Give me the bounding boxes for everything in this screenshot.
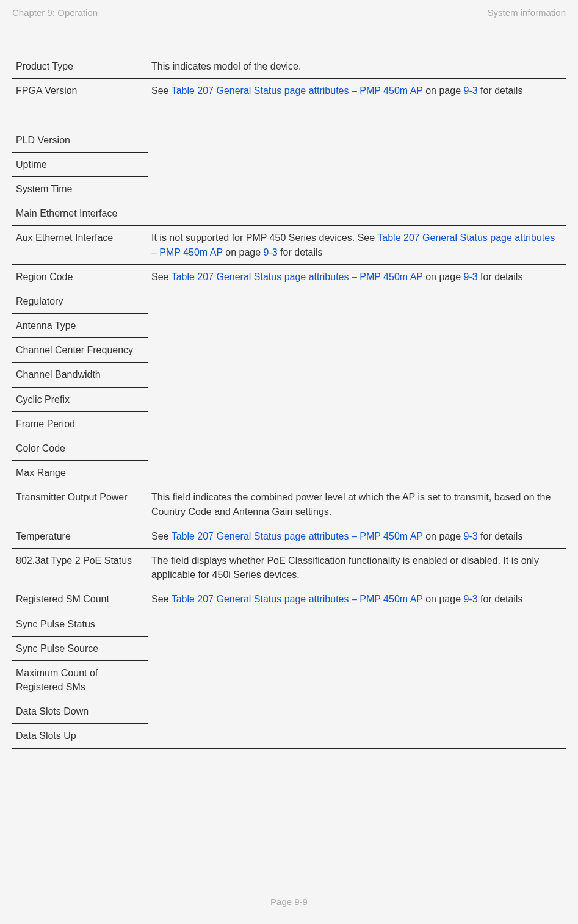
table-reference-link[interactable]: Table 207 General Status page attributes… — [172, 531, 423, 541]
row-label: Channel Center Frequency — [12, 338, 148, 363]
text: for details — [478, 531, 523, 541]
row-label: FPGA Version — [12, 79, 148, 103]
row-label: Antenna Type — [12, 314, 148, 338]
page-reference-link[interactable]: 9-3 — [463, 531, 477, 541]
header-left: Chapter 9: Operation — [12, 7, 98, 18]
text: See — [151, 272, 172, 282]
row-label: Cyclic Prefix — [12, 387, 148, 411]
page-header: Chapter 9: Operation System information — [12, 7, 566, 18]
row-label: PLD Version — [12, 128, 148, 152]
row-desc: This field indicates the combined power … — [148, 485, 566, 524]
row-desc: See Table 207 General Status page attrib… — [148, 524, 566, 548]
text: See — [151, 594, 172, 604]
row-label: Aux Ethernet Interface — [12, 226, 148, 264]
row-label: Transmitter Output Power — [12, 485, 148, 524]
table-reference-link[interactable]: Table 207 General Status page attributes… — [172, 594, 423, 604]
text: for details — [478, 594, 523, 604]
row-label: 802.3at Type 2 PoE Status — [12, 548, 148, 587]
row-label: Sync Pulse Source — [12, 636, 148, 660]
attributes-table: Product Type This indicates model of the… — [12, 54, 566, 749]
page-reference-link[interactable]: 9-3 — [264, 247, 278, 258]
row-label: Main Ethernet Interface — [12, 201, 148, 226]
text: for details — [478, 85, 523, 96]
row-label: Region Code — [12, 264, 148, 289]
row-desc: See Table 207 General Status page attrib… — [148, 587, 566, 748]
page-footer: Page 9-9 — [0, 897, 578, 907]
row-label: Color Code — [12, 436, 148, 461]
text: for details — [278, 247, 323, 258]
text: See — [151, 531, 172, 541]
text: It is not supported for PMP 450 Series d… — [151, 233, 377, 243]
page-reference-link[interactable]: 9-3 — [463, 85, 477, 96]
table-row: FPGA Version See Table 207 General Statu… — [12, 79, 566, 103]
row-label: Frame Period — [12, 411, 148, 436]
row-label: Product Type — [12, 54, 148, 79]
text: on page — [423, 85, 464, 96]
row-label: Sync Pulse Status — [12, 612, 148, 636]
table-reference-link[interactable]: Table 207 General Status page attributes… — [172, 85, 423, 96]
table-row: Region Code See Table 207 General Status… — [12, 264, 566, 289]
row-desc: It is not supported for PMP 450 Series d… — [148, 226, 566, 264]
table-row: Temperature See Table 207 General Status… — [12, 524, 566, 548]
row-label: Data Slots Down — [12, 699, 148, 724]
text: for details — [478, 272, 523, 282]
table-reference-link[interactable]: Table 207 General Status page attributes… — [172, 272, 423, 282]
page-reference-link[interactable]: 9-3 — [463, 272, 477, 282]
header-right: System information — [488, 7, 566, 18]
row-label: Temperature — [12, 524, 148, 548]
table-row: Registered SM Count See Table 207 Genera… — [12, 587, 566, 612]
row-label-blank — [12, 103, 148, 128]
text: on page — [223, 247, 264, 258]
row-label: Max Range — [12, 461, 148, 485]
text: on page — [423, 272, 464, 282]
row-label: System Time — [12, 176, 148, 201]
row-label: Registered SM Count — [12, 587, 148, 612]
page-reference-link[interactable]: 9-3 — [463, 594, 477, 604]
row-label: Regulatory — [12, 289, 148, 313]
row-desc: The field displays whether PoE Classific… — [148, 548, 566, 587]
row-label: Uptime — [12, 152, 148, 176]
text: on page — [423, 531, 464, 541]
row-desc: See Table 207 General Status page attrib… — [148, 264, 566, 485]
row-desc: This indicates model of the device. — [148, 54, 566, 79]
table-row: 802.3at Type 2 PoE Status The field disp… — [12, 548, 566, 587]
table-row: Aux Ethernet Interface It is not support… — [12, 226, 566, 264]
text: on page — [423, 594, 464, 604]
page: Chapter 9: Operation System information … — [0, 0, 578, 924]
table-row: Product Type This indicates model of the… — [12, 54, 566, 79]
row-label: Maximum Count of Registered SMs — [12, 660, 148, 699]
row-label: Data Slots Up — [12, 724, 148, 748]
table-row: Transmitter Output Power This field indi… — [12, 485, 566, 524]
text: See — [151, 85, 172, 96]
row-desc: See Table 207 General Status page attrib… — [148, 79, 566, 226]
row-label: Channel Bandwidth — [12, 363, 148, 387]
